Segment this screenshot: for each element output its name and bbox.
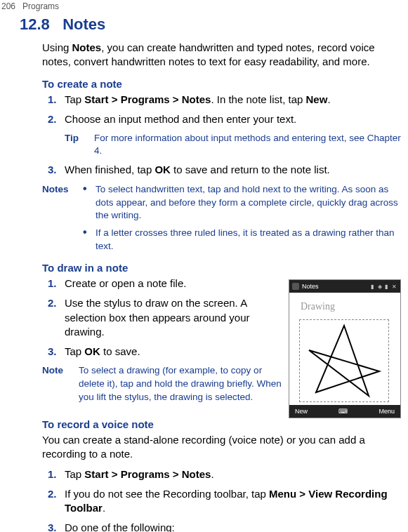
section-heading: Notes bbox=[62, 15, 105, 33]
bullet-icon: • bbox=[83, 227, 96, 253]
notes-bullet-2: • If a letter crosses three ruled lines,… bbox=[83, 227, 402, 253]
step-number: 1. bbox=[48, 467, 65, 481]
record-step-2: 2. If you do not see the Recording toolb… bbox=[27, 487, 402, 516]
step-number: 3. bbox=[48, 345, 65, 359]
draw-note-block: Note To select a drawing (for example, t… bbox=[27, 364, 282, 404]
page-section: Programs bbox=[22, 1, 59, 11]
section-number: 12.8 bbox=[20, 15, 50, 33]
draw-step-1: 1. Create or open a note file. bbox=[27, 277, 282, 291]
status-icons: ▮ ◈ ▮ ✕ bbox=[371, 284, 397, 289]
create-step-3: 3. When finished, tap OK to save and ret… bbox=[27, 163, 402, 177]
device-screenshot: Notes ▮ ◈ ▮ ✕ Drawing New bbox=[289, 279, 401, 418]
step-number: 3. bbox=[48, 521, 65, 532]
step-number: 2. bbox=[48, 296, 65, 339]
star-drawing-icon bbox=[302, 322, 386, 399]
mock-bottombar: New ⌨ Menu bbox=[289, 405, 400, 418]
bullet-icon: • bbox=[83, 183, 96, 223]
notes-label: Notes bbox=[42, 183, 83, 258]
create-step-1: 1. Tap Start > Programs > Notes. In the … bbox=[27, 93, 402, 107]
mock-app-title: Notes bbox=[302, 283, 368, 290]
drawing-canvas: Drawing bbox=[289, 293, 400, 405]
record-step-1: 1. Tap Start > Programs > Notes. bbox=[27, 467, 402, 481]
notes-block: Notes • To select handwritten text, tap … bbox=[27, 183, 402, 258]
step-number: 3. bbox=[48, 163, 65, 177]
note-text: To select a drawing (for example, to cop… bbox=[79, 364, 282, 404]
record-heading: To record a voice note bbox=[27, 418, 402, 430]
create-heading: To create a note bbox=[27, 78, 402, 90]
mock-menu-button: Menu bbox=[379, 408, 395, 415]
volume-icon: ▮ bbox=[385, 284, 390, 289]
page-number: 206 bbox=[1, 1, 15, 11]
content-area: 12.8 Notes Using Notes, you can create h… bbox=[0, 15, 408, 532]
record-step-3: 3. Do one of the following: bbox=[27, 521, 402, 532]
mock-new-button: New bbox=[295, 408, 308, 415]
mock-titlebar: Notes ▮ ◈ ▮ ✕ bbox=[289, 280, 400, 293]
tip-label: Tip bbox=[65, 132, 94, 157]
step-number: 2. bbox=[48, 487, 65, 516]
intro-paragraph: Using Notes, you can create handwritten … bbox=[27, 41, 402, 69]
step-number: 1. bbox=[48, 277, 65, 291]
wifi-icon: ◈ bbox=[378, 284, 383, 289]
section-title: 12.8 Notes bbox=[20, 15, 402, 34]
page-header: 206 Programs bbox=[0, 0, 408, 11]
draw-step-3: 3. Tap OK to save. bbox=[27, 345, 282, 359]
notes-bullet-1: • To select handwritten text, tap and ho… bbox=[83, 183, 402, 223]
draw-step-2: 2. Use the stylus to draw on the screen.… bbox=[27, 296, 282, 339]
record-intro: You can create a stand-alone recording (… bbox=[27, 433, 402, 462]
draw-heading: To draw in a note bbox=[27, 262, 402, 274]
step-number: 1. bbox=[48, 93, 65, 107]
step-number: 2. bbox=[48, 112, 65, 126]
signal-icon: ▮ bbox=[371, 284, 376, 289]
note-label: Note bbox=[42, 364, 79, 404]
keyboard-icon: ⌨ bbox=[338, 408, 348, 415]
app-icon bbox=[292, 283, 299, 290]
drawing-label: Drawing bbox=[301, 301, 335, 312]
create-step-2: 2. Choose an input method and then enter… bbox=[27, 112, 402, 126]
tip-text: For more information about input methods… bbox=[94, 132, 402, 157]
close-icon: ✕ bbox=[392, 284, 397, 289]
tip-block: Tip For more information about input met… bbox=[27, 132, 402, 157]
